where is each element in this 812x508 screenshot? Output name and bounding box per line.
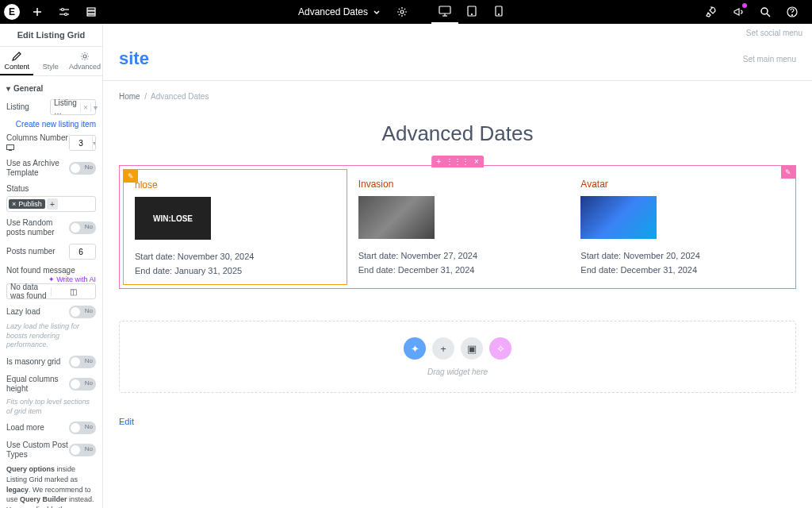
masonry-switch[interactable] (69, 356, 96, 368)
custom-pt-switch[interactable] (69, 444, 96, 456)
breadcrumb-home[interactable]: Home (119, 92, 140, 101)
listing-widget[interactable]: + ⋮⋮⋮ × ✎ ✎ nlose WIN:LOSE Start date: N… (119, 165, 796, 289)
card-image: WIN:LOSE (135, 197, 211, 240)
structure-icon[interactable] (78, 0, 105, 24)
rocket-icon[interactable] (698, 0, 725, 24)
svg-point-5 (65, 13, 67, 16)
listing-select[interactable]: Listing … × ▾ (50, 99, 96, 115)
columns-value[interactable] (70, 136, 92, 150)
elementor-logo[interactable]: E (0, 0, 24, 24)
tab-advanced[interactable]: Advanced (67, 47, 102, 75)
tab-content-label: Content (4, 63, 29, 71)
site-header: site Set main menu (103, 42, 812, 80)
sidebar-title: Edit Listing Grid (0, 24, 102, 47)
columns-input[interactable]: ▾ (69, 135, 96, 151)
create-listing-link[interactable]: Create new listing item (6, 118, 96, 130)
gear-icon (80, 52, 90, 61)
tab-style[interactable]: Style (33, 47, 67, 75)
set-social-link[interactable]: Set social menu (746, 29, 802, 37)
posts-num-value[interactable] (70, 244, 92, 259)
dropzone-add-icon[interactable]: + (432, 337, 454, 360)
topbar-right (698, 0, 812, 24)
search-icon[interactable] (752, 0, 779, 24)
widget-edit-icon[interactable]: ✎ (781, 166, 795, 179)
topbar-center: Advanced Dates (105, 0, 698, 24)
listing-card[interactable]: ✎ nlose WIN:LOSE Start date: November 30… (123, 169, 347, 285)
document-title[interactable]: Advanced Dates (290, 6, 389, 17)
card-edit-icon[interactable]: ✎ (124, 170, 138, 183)
tab-style-label: Style (43, 63, 59, 71)
widget-close-icon[interactable]: × (474, 157, 479, 166)
listing-select-value: Listing … (51, 98, 80, 116)
edit-page-link[interactable]: Edit (103, 409, 812, 442)
section-general-label: General (13, 84, 43, 93)
chevron-down-icon[interactable]: ▾ (90, 103, 100, 112)
ctrl-listing: Listing Listing … × ▾ (6, 96, 96, 118)
card-start: Start date: November 20, 2024 (580, 248, 781, 263)
widget-drag-icon[interactable]: ⋮⋮⋮ (446, 157, 469, 166)
responsive-icon[interactable] (6, 144, 14, 151)
eqcol-switch[interactable] (69, 378, 96, 391)
droplet-icon (46, 52, 56, 61)
notfound-input[interactable]: No data was found ◫ (6, 283, 96, 299)
loadmore-label: Load more (6, 423, 69, 433)
ctrl-posts-num: Posts number (6, 241, 96, 263)
add-status-icon[interactable]: + (47, 198, 58, 210)
set-main-menu-link[interactable]: Set main menu (743, 55, 796, 64)
topbar-left: E (0, 0, 105, 24)
widget-controls-tab: + ⋮⋮⋮ × (431, 156, 484, 167)
posts-num-input[interactable] (69, 244, 96, 260)
svg-point-16 (499, 14, 500, 15)
listing-card[interactable]: Avatar Start date: November 20, 2024 End… (569, 169, 792, 285)
dropzone-folder-icon[interactable]: ▣ (461, 337, 483, 360)
ctrl-custom-pt: Use Custom Post Types (6, 437, 96, 463)
card-end: End date: December 31, 2024 (358, 263, 559, 277)
widget-outer: ✎ ✎ nlose WIN:LOSE Start date: November … (119, 165, 796, 289)
random-switch[interactable] (69, 221, 96, 234)
notfound-label: Not found message (6, 266, 96, 275)
archive-switch[interactable] (69, 162, 96, 175)
lazy-desc: Lazy load the listing for boosts renderi… (6, 321, 96, 352)
dropzone[interactable]: ✦ + ▣ ✧ Drag widget here (119, 321, 796, 393)
canvas-top-bar: Set social menu (103, 24, 812, 42)
add-icon[interactable] (24, 0, 51, 24)
svg-point-3 (62, 9, 64, 11)
status-label: Status (6, 184, 96, 196)
megaphone-icon[interactable] (725, 0, 752, 24)
dropzone-ai-icon[interactable]: ✧ (489, 337, 511, 360)
loadmore-switch[interactable] (69, 421, 96, 434)
listing-card[interactable]: Invasion Start date: November 27, 2024 E… (347, 169, 570, 285)
settings-icon[interactable] (51, 0, 78, 24)
svg-point-20 (792, 15, 793, 16)
tab-advanced-label: Advanced (69, 63, 101, 71)
status-tag: × Publish (9, 199, 45, 209)
svg-rect-22 (7, 145, 14, 150)
svg-point-14 (472, 14, 473, 15)
site-logo[interactable]: site (119, 48, 149, 69)
tab-content[interactable]: Content (0, 47, 33, 75)
help-icon[interactable] (779, 0, 806, 24)
chevron-down-icon[interactable]: ▾ (92, 136, 96, 150)
lazy-label: Lazy load (6, 307, 69, 317)
clear-icon[interactable]: × (80, 103, 90, 112)
dynamic-icon[interactable]: ◫ (51, 287, 95, 296)
tablet-icon[interactable] (458, 0, 485, 24)
ctrl-eqcol: Equal columns height (6, 371, 96, 397)
lazy-switch[interactable] (69, 306, 96, 318)
ctrl-random: Use Random posts number (6, 215, 96, 241)
widget-add-icon[interactable]: + (436, 157, 441, 166)
chevron-down-icon (373, 8, 381, 16)
random-label: Use Random posts number (6, 218, 69, 237)
dropzone-buttons: ✦ + ▣ ✧ (136, 337, 779, 360)
masonry-label: Is masonry grid (6, 357, 69, 367)
page-settings-icon[interactable] (389, 0, 416, 24)
svg-rect-6 (87, 8, 95, 10)
dropzone-magic-icon[interactable]: ✦ (404, 337, 426, 360)
status-tagbox[interactable]: × Publish + (6, 196, 96, 212)
svg-rect-10 (439, 6, 450, 13)
desktop-icon[interactable] (431, 0, 458, 24)
sidebar: Edit Listing Grid Content Style Advanced… (0, 24, 103, 508)
mobile-icon[interactable] (485, 0, 512, 24)
divider (103, 80, 812, 81)
section-general-header[interactable]: ▾ General (6, 81, 96, 96)
